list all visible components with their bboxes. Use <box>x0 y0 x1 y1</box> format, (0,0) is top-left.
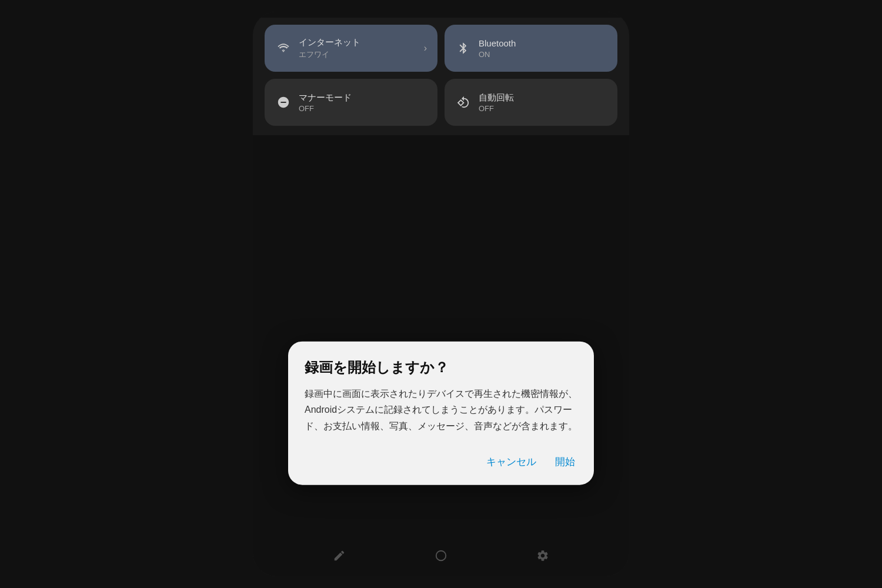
bluetooth-tile-text: Bluetooth ON <box>479 38 516 59</box>
qs-tile-bluetooth[interactable]: Bluetooth ON <box>445 25 617 72</box>
quick-settings-panel: インターネット エフワイ › Bluetooth ON <box>253 18 629 135</box>
dnd-subtitle: OFF <box>299 104 352 113</box>
top-bar <box>253 12 629 18</box>
dialog-buttons: キャンセル 開始 <box>305 450 577 473</box>
autorotate-tile-text: 自動回転 OFF <box>479 92 514 113</box>
bluetooth-subtitle: ON <box>479 50 516 59</box>
dnd-tile-text: マナーモード OFF <box>299 92 352 113</box>
record-dialog: 録画を開始しますか？ 録画中に画面に表示されたりデバイスで再生された機密情報が、… <box>288 342 594 485</box>
bottom-area: 録画を開始しますか？ 録画中に画面に表示されたりデバイスで再生された機密情報が、… <box>253 135 629 576</box>
dialog-body: 録画中に画面に表示されたりデバイスで再生された機密情報が、Androidシステム… <box>305 386 577 434</box>
qs-tile-internet[interactable]: インターネット エフワイ › <box>265 25 437 72</box>
internet-tile-left: インターネット エフワイ <box>275 36 417 60</box>
internet-subtitle: エフワイ <box>299 49 360 60</box>
autorotate-title: 自動回転 <box>479 92 514 103</box>
qs-grid: インターネット エフワイ › Bluetooth ON <box>265 25 617 126</box>
dnd-title: マナーモード <box>299 92 352 103</box>
internet-title: インターネット <box>299 36 360 48</box>
autorotate-icon <box>455 94 472 111</box>
internet-arrow[interactable]: › <box>424 43 427 54</box>
qs-tile-dnd[interactable]: マナーモード OFF <box>265 79 437 126</box>
bluetooth-icon <box>455 40 472 56</box>
internet-tile-text: インターネット エフワイ <box>299 36 360 60</box>
qs-tile-autorotate[interactable]: 自動回転 OFF <box>445 79 617 126</box>
phone-container: インターネット エフワイ › Bluetooth ON <box>253 12 629 576</box>
dialog-title: 録画を開始しますか？ <box>305 358 577 376</box>
start-button[interactable]: 開始 <box>553 450 577 473</box>
bluetooth-title: Bluetooth <box>479 38 516 49</box>
autorotate-subtitle: OFF <box>479 104 514 113</box>
wifi-icon <box>275 40 292 56</box>
cancel-button[interactable]: キャンセル <box>484 450 539 473</box>
dnd-icon <box>275 94 292 111</box>
